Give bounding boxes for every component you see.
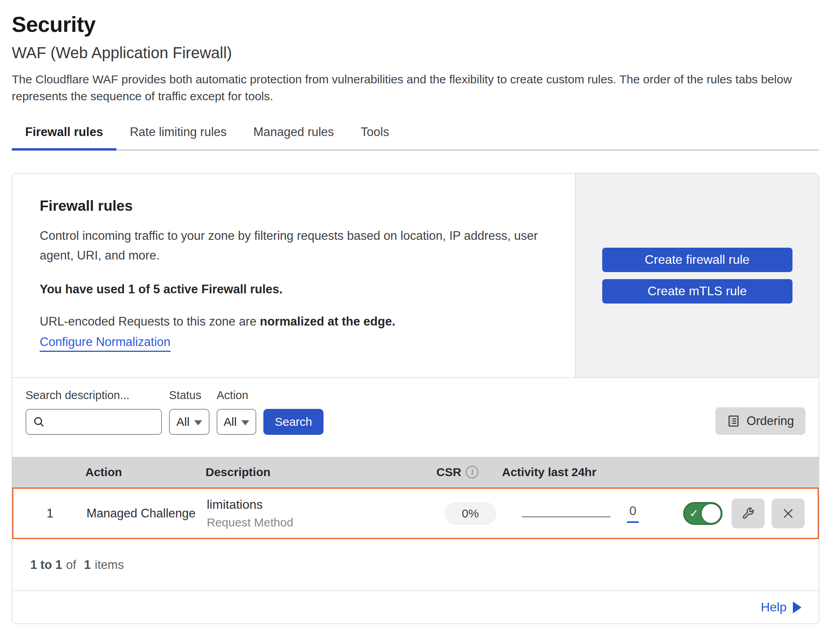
card-top-section: Firewall rules Control incoming traffic … [12,173,819,377]
tab-rate-limiting-rules[interactable]: Rate limiting rules [116,123,240,149]
help-link-label: Help [761,600,787,615]
rule-edit-cell [732,499,772,528]
help-arrow-icon [793,602,802,613]
table-row: 1 Managed Challenge limitations Request … [12,488,819,539]
status-dropdown[interactable]: All [169,409,210,435]
rule-action: Managed Challenge [86,506,207,521]
search-input[interactable] [50,416,155,428]
ordering-list-icon [727,414,740,428]
toggle-knob [702,504,721,523]
rule-csr-cell: 0% [438,502,503,525]
chevron-down-icon [194,420,202,425]
configure-normalization-link[interactable]: Configure Normalization [40,335,171,352]
tab-managed-rules[interactable]: Managed rules [240,123,347,149]
rules-table-header: Action Description CSR i Activity last 2… [12,457,819,488]
rule-activity-cell: 0 [503,504,683,523]
create-firewall-rule-button[interactable]: Create firewall rule [602,248,792,272]
status-dropdown-value: All [176,415,189,429]
filter-toolbar: Search description... Status All Action … [12,377,819,457]
tab-firewall-rules[interactable]: Firewall rules [12,123,116,149]
search-icon [33,416,45,428]
search-label: Search description... [26,389,162,402]
firewall-rules-info: Firewall rules Control incoming traffic … [12,173,575,377]
action-filter-group: Action All [217,389,256,435]
action-label: Action [217,389,256,402]
csr-info-icon[interactable]: i [466,466,478,478]
chevron-down-icon [241,420,249,425]
check-icon: ✓ [689,507,699,520]
items-total: 1 [84,558,91,572]
close-icon [781,507,795,520]
rule-description-sub: Request Method [207,516,438,529]
activity-sparkline [522,516,610,517]
delete-rule-button[interactable] [772,499,805,528]
firewall-rules-card: Firewall rules Control incoming traffic … [12,173,819,624]
header-action: Action [85,466,206,479]
tab-tools[interactable]: Tools [347,123,403,149]
of-label: of [66,558,76,572]
header-activity: Activity last 24hr [502,466,682,479]
card-heading: Firewall rules [40,198,548,214]
items-range: 1 to 1 [30,558,62,572]
items-label: items [95,558,124,572]
page-description: The Cloudflare WAF provides both automat… [12,71,819,105]
rule-delete-cell [772,499,818,528]
edit-rule-button[interactable] [732,499,765,528]
ordering-button[interactable]: Ordering [715,407,805,435]
rule-description-cell: limitations Request Method [207,497,438,529]
status-label: Status [169,389,210,402]
csr-badge: 0% [445,502,496,525]
action-dropdown-value: All [224,415,237,429]
normalization-note: URL-encoded Requests to this zone are no… [40,315,548,329]
rule-priority: 1 [13,506,86,521]
help-row: Help [12,591,819,624]
help-link[interactable]: Help [761,600,802,615]
search-button[interactable]: Search [263,409,324,435]
create-mtls-rule-button[interactable]: Create mTLS rule [602,279,792,304]
card-description: Control incoming traffic to your zone by… [40,226,548,265]
create-actions-panel: Create firewall rule Create mTLS rule [575,173,819,377]
search-group: Search description... [26,389,162,435]
action-dropdown[interactable]: All [217,409,256,435]
page-title: Security [12,12,819,37]
page-subtitle: WAF (Web Application Firewall) [12,44,819,62]
header-description: Description [206,466,436,479]
usage-summary: You have used 1 of 5 active Firewall rul… [40,282,548,296]
header-csr: CSR i [436,466,502,479]
pagination-summary: 1 to 1 of 1 items [12,539,819,591]
rule-description: limitations [207,497,438,512]
ordering-button-label: Ordering [746,414,794,428]
rule-toggle-cell: ✓ [683,502,732,525]
activity-count-link[interactable]: 0 [627,504,639,523]
normalization-bold-text: normalized at the edge. [260,315,395,328]
waf-tabs: Firewall rules Rate limiting rules Manag… [12,123,819,151]
wrench-icon [741,506,755,521]
search-input-wrapper [26,409,162,435]
normalization-text: URL-encoded Requests to this zone are [40,315,260,328]
rule-enabled-toggle[interactable]: ✓ [683,502,723,525]
status-filter-group: Status All [169,389,210,435]
